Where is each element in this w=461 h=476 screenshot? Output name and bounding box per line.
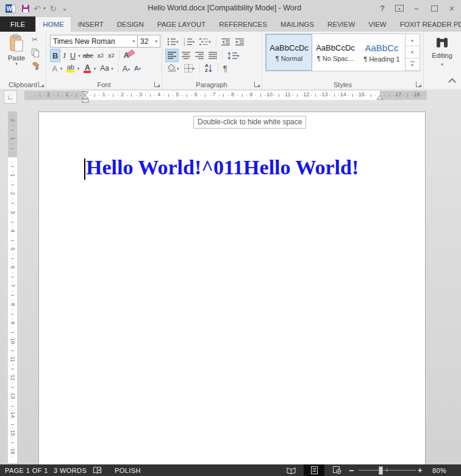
word-count-indicator[interactable]: 3 WORDS bbox=[54, 464, 87, 476]
font-name-value: Times New Roman bbox=[53, 37, 115, 46]
sort-button[interactable]: AZ bbox=[203, 62, 215, 74]
language-indicator[interactable]: POLISH bbox=[115, 464, 141, 476]
increase-indent-button[interactable] bbox=[234, 35, 246, 48]
styles-scroll-down-button[interactable]: ▾ bbox=[406, 46, 419, 59]
text-effects-button[interactable]: A ▾ bbox=[50, 62, 64, 74]
tab-foxit-reader-pdf[interactable]: FOXIT READER PDF bbox=[393, 16, 461, 32]
numbered-list-icon: 123 bbox=[184, 38, 193, 46]
change-case-button[interactable]: Aa ▾ bbox=[98, 62, 115, 74]
clear-formatting-button[interactable]: A bbox=[122, 49, 137, 62]
italic-button[interactable]: I bbox=[61, 49, 67, 62]
document-page[interactable]: Double-click to hide white space Hello W… bbox=[38, 112, 426, 466]
left-indent-marker[interactable] bbox=[82, 99, 89, 103]
print-layout-button[interactable] bbox=[304, 464, 324, 476]
read-mode-button[interactable] bbox=[281, 464, 301, 476]
scroll-up-icon: ▴ bbox=[411, 38, 413, 43]
align-center-button[interactable] bbox=[180, 49, 192, 62]
tab-page-layout[interactable]: PAGE LAYOUT bbox=[151, 16, 212, 32]
tab-stop-selector[interactable]: ∟ bbox=[4, 90, 17, 104]
justify-button[interactable] bbox=[207, 49, 219, 62]
minimize-button[interactable]: – bbox=[410, 0, 423, 16]
maximize-button[interactable] bbox=[427, 0, 441, 16]
style-normal[interactable]: AaBbCcDc ¶ Normal bbox=[266, 34, 312, 71]
styles-gallery-expand-button[interactable]: ▾ bbox=[406, 59, 419, 71]
customize-qat-button[interactable]: ⌄ bbox=[60, 0, 70, 16]
ruler-tick bbox=[394, 95, 395, 96]
ruler-tick bbox=[265, 95, 265, 96]
font-color-button[interactable]: A ▾ bbox=[82, 62, 98, 74]
subscript-button[interactable]: x2 bbox=[96, 49, 106, 62]
format-painter-button[interactable] bbox=[32, 62, 40, 73]
ruler-tick bbox=[11, 222, 14, 222]
undo-dropdown[interactable]: ▾ bbox=[41, 0, 48, 16]
tab-review[interactable]: REVIEW bbox=[321, 16, 362, 32]
multilevel-list-button[interactable]: ▾ bbox=[198, 35, 213, 48]
bold-button[interactable]: B bbox=[50, 49, 60, 62]
zoom-slider-track[interactable] bbox=[359, 470, 416, 471]
borders-button[interactable]: ▾ bbox=[182, 62, 197, 74]
strikethrough-button[interactable]: abe bbox=[81, 49, 95, 62]
highlight-color-button[interactable]: ab ▾ bbox=[65, 62, 81, 74]
save-button[interactable] bbox=[20, 0, 32, 16]
page-count-indicator[interactable]: PAGE 1 OF 1 bbox=[5, 464, 48, 476]
tab-design[interactable]: DESIGN bbox=[110, 16, 151, 32]
font-dialog-launcher[interactable] bbox=[154, 82, 160, 87]
styles-dialog-launcher[interactable] bbox=[416, 82, 421, 87]
show-hide-pilcrow-button[interactable]: ¶ bbox=[221, 62, 229, 74]
zoom-out-button[interactable]: − bbox=[349, 464, 354, 476]
align-left-button[interactable] bbox=[165, 49, 179, 62]
ruler-tick bbox=[219, 95, 220, 96]
proofing-status-button[interactable] bbox=[93, 464, 102, 476]
web-layout-button[interactable] bbox=[327, 464, 348, 476]
zoom-in-button[interactable]: + bbox=[418, 464, 423, 476]
redo-button[interactable]: ↻ bbox=[48, 0, 59, 16]
paragraph-dialog-launcher[interactable] bbox=[254, 82, 260, 87]
superscript-button[interactable]: x2 bbox=[106, 49, 116, 62]
tab-insert[interactable]: INSERT bbox=[71, 16, 110, 32]
font-size-combo[interactable]: 32 ▾ bbox=[137, 35, 160, 48]
numbering-button[interactable]: 123▾ bbox=[182, 35, 197, 48]
horizontal-ruler[interactable]: 211234567891011121314151718 bbox=[24, 91, 427, 100]
styles-scroll-up-button[interactable]: ▴ bbox=[406, 34, 419, 46]
zoom-level-indicator[interactable]: 80% bbox=[432, 464, 446, 476]
ruler-tick bbox=[99, 95, 100, 96]
editing-button[interactable]: Editing ▾ bbox=[423, 37, 461, 66]
tab-references[interactable]: REFERENCES bbox=[212, 16, 274, 32]
ruler-tick bbox=[90, 95, 91, 96]
style-no-spacing[interactable]: AaBbCcDc ¶ No Spac... bbox=[312, 34, 359, 71]
font-name-combo[interactable]: Times New Roman ▾ bbox=[50, 35, 138, 48]
ribbon-display-options-button[interactable]: ▲ bbox=[393, 0, 406, 16]
text-cursor bbox=[84, 158, 85, 180]
help-button[interactable]: ? bbox=[376, 0, 389, 16]
line-spacing-button[interactable]: ▾ bbox=[226, 49, 241, 62]
bullets-button[interactable]: ▾ bbox=[165, 35, 180, 48]
cut-button[interactable]: ✂ bbox=[32, 35, 38, 44]
grow-font-button[interactable]: A▴ bbox=[121, 62, 132, 74]
underline-dropdown-icon[interactable]: ▾ bbox=[78, 54, 80, 58]
tab-view[interactable]: VIEW bbox=[362, 16, 393, 32]
shrink-font-button[interactable]: A▾ bbox=[132, 62, 143, 74]
align-right-button[interactable] bbox=[193, 49, 205, 62]
scroll-down-icon: ▾ bbox=[411, 50, 413, 55]
dropdown-caret-icon: ▾ bbox=[15, 62, 18, 66]
ruler-tick bbox=[375, 95, 376, 96]
document-text[interactable]: Hello World!^011Hello World! bbox=[86, 156, 359, 179]
ruler-tick bbox=[274, 95, 274, 96]
zoom-slider-thumb[interactable] bbox=[379, 466, 383, 475]
underline-button[interactable]: U bbox=[68, 49, 77, 62]
ruler-tick bbox=[118, 95, 118, 96]
ruler-tick bbox=[191, 95, 192, 96]
vertical-ruler[interactable]: 2112345678910111213141516 bbox=[8, 112, 17, 463]
right-indent-marker[interactable] bbox=[376, 95, 384, 100]
decrease-indent-button[interactable] bbox=[220, 35, 232, 48]
style-heading-1[interactable]: AaBbCc ¶ Heading 1 bbox=[359, 34, 405, 71]
clipboard-dialog-launcher[interactable] bbox=[38, 82, 44, 87]
shading-button[interactable]: ▾ bbox=[165, 62, 181, 74]
tab-mailings[interactable]: MAILINGS bbox=[274, 16, 321, 32]
tab-home[interactable]: HOME bbox=[35, 16, 71, 32]
paste-button[interactable]: Paste ▾ bbox=[4, 34, 29, 79]
tab-file[interactable]: FILE bbox=[0, 16, 35, 32]
ruler-number: 3 bbox=[10, 208, 15, 216]
ruler-tick bbox=[246, 95, 247, 96]
close-button[interactable]: × bbox=[445, 0, 459, 16]
